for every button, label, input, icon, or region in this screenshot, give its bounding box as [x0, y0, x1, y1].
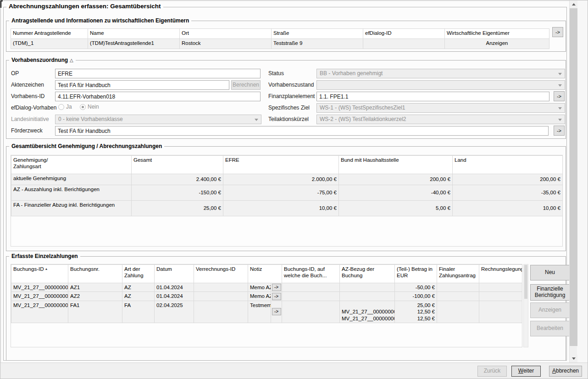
cell-datum: 01.04.2024 [155, 292, 194, 301]
scroll-up-button[interactable] [570, 0, 577, 8]
vorhabens-id-input[interactable] [55, 92, 261, 101]
cell-notiz: Testmem [248, 301, 271, 323]
abbrechen-button[interactable]: Abbrechen [549, 366, 582, 377]
applicants-detail-button[interactable]: -> [552, 27, 563, 37]
cell-verrechnungs-id [194, 283, 248, 292]
column-header-text: Buchungs-ID [13, 266, 44, 272]
vorhabenszustand-label: Vorhabenszustand [268, 82, 314, 88]
column-header-datum[interactable]: Datum [155, 265, 194, 283]
project-assignment-section: Vorhabenszuordnung△ OP Aktenzeichen Bere… [6, 60, 566, 139]
column-header-bezug-id[interactable]: Buchungs-ID, auf welche die Buch... [282, 265, 340, 283]
radio-ja-label: Ja [66, 104, 72, 110]
op-input[interactable] [55, 69, 261, 78]
arrow-down-icon [572, 357, 576, 360]
efdialog-vorhaben-label: efDialog-Vorhaben [11, 104, 56, 111]
payment-row[interactable]: MV_21_27__0000000055 AZ1 AZ 01.04.2024 M… [11, 283, 522, 292]
aktenzeichen-input[interactable] [55, 80, 229, 90]
project-assignment-title-text: Vorhabenszuordnung [11, 57, 68, 63]
column-header-betrag[interactable]: (Teil-) Betrag in EUR [395, 265, 437, 283]
chevron-down-icon [558, 119, 562, 121]
neu-button[interactable]: Neu [530, 265, 570, 280]
teilaktionskuerzel-label: Teilaktionskürzel [268, 116, 309, 122]
scroll-down-button[interactable] [570, 355, 577, 363]
scrollbar-thumb[interactable] [570, 8, 577, 346]
cell-buchungsnr: AZ1 [68, 283, 122, 292]
chevron-down-icon [558, 73, 562, 75]
foerderzweck-input[interactable] [55, 126, 549, 136]
cell-betrag: -50,00 € [395, 283, 437, 292]
approval-row: aktuelle Genehmigung 2.400,00 € 2.000,00… [11, 174, 563, 185]
amount-bund: -40,00 € [339, 185, 453, 201]
cell-ort: Rostock [180, 39, 272, 49]
chevron-down-icon [255, 119, 258, 121]
column-header-ort: Ort [180, 29, 272, 39]
arrow-up-icon [572, 3, 576, 5]
approval-table: Genehmigung/ Zahlungsart Gesamt EFRE Bun… [11, 155, 563, 216]
bearbeiten-button: Bearbeiten [530, 321, 570, 336]
foerderzweck-label: Förderzweck [11, 127, 43, 134]
footer-bar: Zurück Weiter Abbrechen [0, 363, 588, 379]
cell-rechnungslegung [479, 292, 522, 301]
aktenzeichen-label: Aktenzeichen [11, 82, 44, 88]
payments-scrollbar-thumb[interactable] [524, 265, 527, 299]
column-header-buchungs-id[interactable]: Buchungs-ID▲ [11, 265, 68, 283]
amount-gesamt: -150,00 € [132, 185, 223, 201]
column-header-az-bezug[interactable]: AZ-Bezug der Buchung [340, 265, 395, 283]
row-label: FA - Finanzieller Abzug inkl. Berichtigu… [11, 201, 132, 216]
cell-bezug-id [282, 301, 340, 323]
landesinitiative-value: 0 - keine Vorhabensklasse [58, 116, 123, 122]
cell-az-bezug [340, 283, 395, 292]
finanzplanelement-input[interactable] [316, 92, 549, 101]
approval-row: AZ - Auszahlung inkl. Berichtigungen -15… [11, 185, 563, 201]
column-header-efre: EFRE [223, 156, 339, 174]
finanzplanelement-detail-button[interactable]: -> [554, 91, 565, 101]
approval-overview-title: Gesamtübersicht Genehmigung / Abrechnung… [9, 143, 164, 149]
finanzplanelement-label: Finanzplanelement [268, 93, 315, 99]
column-header-verrechnungs-id[interactable]: Verrechnungs-ID [194, 265, 248, 283]
radio-nein-label: Nein [88, 104, 99, 110]
cell-name: (TDM)TestAntragstellende1 [88, 39, 180, 49]
anzeigen-button: Anzeigen [530, 302, 570, 318]
payments-table-container: Buchungs-ID▲ Buchungsnr. Art der Zahlung… [11, 264, 522, 347]
cell-rechnungslegung [479, 283, 522, 292]
finanzielle-berichtigung-button[interactable]: Finanzielle Berichtigung [530, 284, 570, 301]
amount-efre: -75,00 € [223, 185, 339, 201]
amount-land: 10,00 € [453, 201, 563, 216]
column-header-buchungsnr[interactable]: Buchungsnr. [68, 265, 122, 283]
cell-notiz: Memo AZ [248, 292, 271, 301]
row-label: aktuelle Genehmigung [11, 174, 132, 185]
chevron-down-icon [558, 107, 562, 110]
note-detail-button[interactable]: -> [272, 293, 281, 300]
op-label: OP [11, 70, 19, 77]
weiter-button-label: Weiter [518, 368, 534, 374]
payment-row[interactable]: MV_21_27__0000000056 AZ2 AZ 01.04.2024 M… [11, 292, 522, 301]
cell-buchungs-id: MV_21_27__0000000056 [11, 292, 68, 301]
collapse-icon[interactable]: △ [70, 58, 73, 63]
spezifisches-ziel-select: WS-1 - (WS) TestSpezifischesZiel1 [316, 103, 565, 113]
note-detail-button[interactable]: -> [272, 284, 281, 291]
payments-section: Erfasste Einzelzahlungen Buchungs-ID▲ Bu… [6, 256, 566, 361]
column-header-nummer: Nummer Antragstellende [11, 29, 88, 39]
weiter-button[interactable]: Weiter [511, 366, 541, 377]
zurueck-button: Zurück [477, 366, 507, 377]
column-header-finaler-zahlungsantrag[interactable]: Finaler Zahlungsantrag [437, 265, 479, 283]
landesinitiative-select: 0 - keine Vorhabensklasse [55, 115, 261, 124]
foerderzweck-detail-button[interactable]: -> [554, 126, 565, 136]
column-header-notiz[interactable]: Notiz [248, 265, 282, 283]
wirtschaftliche-eigentuemer-anzeigen-link[interactable]: Anzeigen [445, 39, 549, 49]
note-detail-button[interactable]: -> [272, 308, 281, 315]
vorhabenszustand-select [316, 80, 565, 90]
status-select: BB - Vorhaben genehmigt [316, 69, 565, 78]
cell-finaler-zahlungsantrag [437, 292, 479, 301]
payment-row[interactable]: MV_21_27__0000000063 FA1 FA 02.04.2025 T… [11, 301, 522, 323]
applicants-row[interactable]: (TDM)_1 (TDM)TestAntragstellende1 Rostoc… [11, 39, 549, 49]
column-header-land: Land [453, 156, 563, 174]
cell-strasse: Teststraße 9 [272, 39, 363, 49]
landesinitiative-label: Landesinitiative [11, 116, 49, 122]
vertical-scrollbar[interactable] [569, 0, 577, 363]
column-header-rechnungslegung[interactable]: Rechnungslegung [479, 265, 522, 283]
right-gutter [577, 0, 588, 363]
column-header-art[interactable]: Art der Zahlung [122, 265, 155, 283]
payments-scrollbar[interactable] [523, 264, 528, 347]
cell-az-bezug: MV_21_27__0000000055 MV_21_27__000000005… [340, 301, 395, 323]
